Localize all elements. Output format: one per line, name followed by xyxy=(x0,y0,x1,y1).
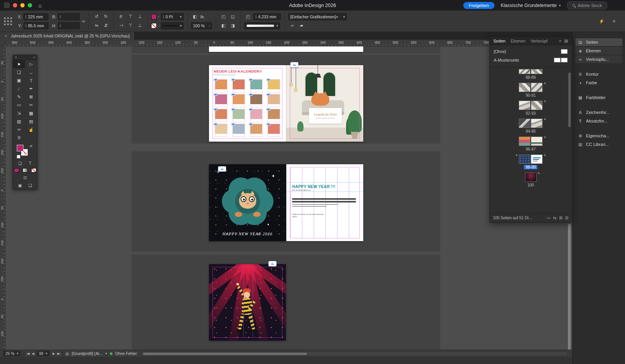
page-number-field[interactable]: 99▾ xyxy=(37,351,50,356)
link-badge[interactable]: ∞ xyxy=(290,62,298,67)
link-badge[interactable]: ∞ xyxy=(218,166,226,172)
gap-tool[interactable]: ↔ xyxy=(25,68,37,76)
pages-row-94-95[interactable]: A 94-95 xyxy=(490,119,571,133)
page-thumbnail[interactable] xyxy=(531,69,543,74)
dock-item-farbfelder[interactable]: ▦Farbfelder xyxy=(575,94,622,101)
page-thumbnail[interactable] xyxy=(525,172,537,182)
share-button[interactable]: Freigeben xyxy=(463,2,495,9)
align-left-icon[interactable]: ⊣ xyxy=(117,22,125,29)
page-thumbnail[interactable] xyxy=(519,154,530,164)
page-thumbnail[interactable] xyxy=(519,69,530,74)
zoom-window-button[interactable] xyxy=(28,3,32,7)
stroke-style-dropdown[interactable]: ▾ xyxy=(161,22,184,29)
page-thumbnail[interactable] xyxy=(519,137,530,146)
preflight-profile[interactable]: [Grundprofil] (Ar... xyxy=(72,352,103,356)
direct-selection-tool[interactable]: ▷ xyxy=(25,60,37,68)
page-thumbnail[interactable] xyxy=(531,83,543,92)
apply-none-button[interactable] xyxy=(31,168,36,172)
next-page-button[interactable]: ▶ xyxy=(52,352,54,355)
x-position-field[interactable]: ▴▾225 mm xyxy=(23,13,48,20)
wrap-none-icon[interactable]: ◧ xyxy=(220,22,227,29)
constrain-proportions-icon[interactable]: ∞ xyxy=(81,19,86,23)
dock-item-seiten[interactable]: ▤Seiten xyxy=(575,38,622,46)
apply-gradient-button[interactable] xyxy=(23,168,28,172)
rotate-cw-icon[interactable]: ↻ xyxy=(102,13,110,20)
previous-spread-edge[interactable] xyxy=(209,46,363,52)
gradient-feather-tool[interactable]: ▨ xyxy=(13,117,25,126)
calendar-cell[interactable] xyxy=(268,94,280,107)
screen-mode-preview-icon[interactable]: ❏ xyxy=(27,183,34,188)
calendar-cell[interactable] xyxy=(268,124,280,137)
page-disco-dancer[interactable] xyxy=(209,264,286,341)
opacity-icon[interactable]: ◧ xyxy=(191,13,199,20)
dock-item-farbe[interactable]: ◑Farbe xyxy=(575,79,622,87)
tab-ebenen[interactable]: Ebenen xyxy=(511,39,525,43)
delete-page-icon[interactable]: ⊟ xyxy=(565,216,568,220)
dock-item-kontur[interactable]: ≣Kontur xyxy=(575,70,622,78)
fill-color-swatch[interactable] xyxy=(151,14,157,20)
panel-menu-icon[interactable]: ≡ xyxy=(610,18,618,25)
content-collector-tool[interactable]: ▣ xyxy=(13,76,25,85)
master-a-row[interactable]: A-Musterseite xyxy=(494,56,568,64)
calendar-cell[interactable] xyxy=(250,124,262,137)
page-tool[interactable]: ❑ xyxy=(13,68,25,76)
dock-item-eigenschaften[interactable]: ⚙Eigenscha... xyxy=(575,132,622,140)
page-thumbnail[interactable] xyxy=(519,101,530,110)
flip-vertical-icon[interactable]: ⇵ xyxy=(102,22,110,29)
master-none-row[interactable]: [Ohne] xyxy=(494,47,568,56)
document-canvas[interactable]: NEUER LEO-KALENDER!! Ein Kater mit ganz … xyxy=(5,46,572,350)
width-field[interactable]: ▴▾ xyxy=(58,13,80,20)
workspace-switcher[interactable]: Klassische Grundelemente ▾ xyxy=(501,3,561,8)
formatting-affects-container-icon[interactable]: ❑ xyxy=(17,160,23,166)
effects-menu[interactable]: fx. xyxy=(200,14,205,19)
eyedropper-tool[interactable]: ✑ xyxy=(13,126,25,134)
scissors-tool[interactable]: ✂ xyxy=(25,101,37,109)
fit-frame-icon[interactable]: ◱ xyxy=(229,13,237,20)
y-position-field[interactable]: ▴▾85.5 mm xyxy=(23,22,48,29)
calendar-cell[interactable] xyxy=(215,109,227,122)
close-panel-icon[interactable]: × xyxy=(15,55,17,59)
pages-row-92-93[interactable]: A 92-93 xyxy=(490,101,571,115)
align-center-icon[interactable]: ⊥ xyxy=(136,22,144,29)
tab-seiten[interactable]: Seiten xyxy=(493,39,505,43)
calendar-cell[interactable] xyxy=(215,94,227,107)
rotate-ccw-icon[interactable]: ↺ xyxy=(93,13,100,20)
page-thumbnail[interactable] xyxy=(531,137,543,146)
tab-verknuepfungen[interactable]: Verknüpf xyxy=(530,39,547,43)
spread-calendar[interactable]: NEUER LEO-KALENDER!! Ein Kater mit ganz … xyxy=(209,65,363,142)
pages-row-98-99[interactable]: AA 98-99 xyxy=(490,154,571,169)
vertical-scrollbar[interactable] xyxy=(568,224,571,350)
rectangle-frame-tool[interactable]: ⊠ xyxy=(25,93,37,101)
view-options-icon[interactable]: ⊡ xyxy=(22,175,29,180)
calendar-cell[interactable] xyxy=(232,94,245,107)
align-bottom-icon[interactable]: ⊥ xyxy=(136,13,144,20)
rectangle-tool[interactable]: ▭ xyxy=(13,101,25,109)
panel-menu-icon[interactable]: ▤ xyxy=(564,39,568,43)
home-icon[interactable]: ⌂ xyxy=(38,2,41,9)
corner-radius-field[interactable]: ▴▾4.233 mm xyxy=(254,13,281,20)
page-thumbnail[interactable] xyxy=(519,83,530,92)
zoom-level-dropdown[interactable]: 25 %▾ xyxy=(3,351,21,356)
fill-proxy-swatch[interactable] xyxy=(17,145,23,151)
dock-item-absatzformate[interactable]: ¶Absatzfor... xyxy=(575,117,622,125)
page-thumbnail[interactable] xyxy=(531,154,543,164)
ruler-origin-corner[interactable] xyxy=(0,40,5,46)
calendar-cell[interactable] xyxy=(215,124,227,137)
wrap-around-icon[interactable]: ◨ xyxy=(229,22,237,29)
adobe-stock-search[interactable]: Adobe Stock xyxy=(567,2,607,9)
object-style-dropdown[interactable]: [Einfacher Grafikrahmen]+▾ xyxy=(288,13,347,20)
screen-mode-normal-icon[interactable]: ▣ xyxy=(17,183,23,188)
pages-row-88-89[interactable]: 88-89 xyxy=(490,69,571,80)
align-top-icon[interactable]: ⊤ xyxy=(127,13,134,20)
selection-tool[interactable]: ➤ xyxy=(13,60,25,68)
pencil-tool[interactable]: ✎ xyxy=(13,93,25,101)
calendar-cell[interactable] xyxy=(250,94,262,107)
close-tab-icon[interactable]: × xyxy=(5,34,7,38)
dock-item-cc-libraries[interactable]: ▥CC Librari... xyxy=(575,140,622,148)
previous-page-button[interactable]: ◀ xyxy=(32,352,34,355)
opacity-field[interactable]: 100 %› xyxy=(191,22,212,29)
line-tool[interactable]: ∕ xyxy=(13,85,25,93)
document-tab[interactable]: × Jahresbuch 2025 Inhalt ORIGINAL.indd @… xyxy=(0,32,135,40)
swap-fill-stroke-icon[interactable]: ⇄ xyxy=(30,144,32,148)
calendar-cell[interactable] xyxy=(232,79,245,92)
